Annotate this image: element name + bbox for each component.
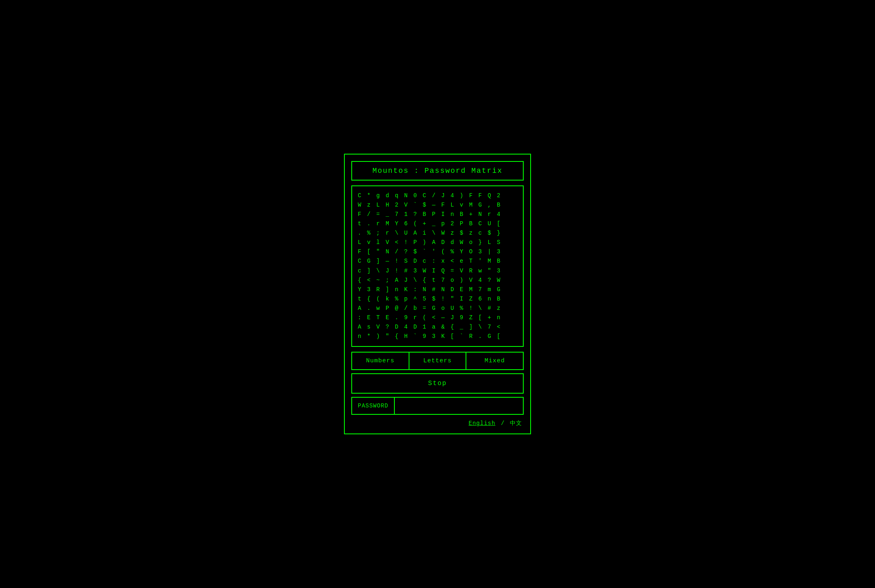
stop-button[interactable]: Stop <box>352 374 523 393</box>
password-row: PASSWORD <box>351 397 524 415</box>
numbers-button[interactable]: Numbers <box>352 353 409 369</box>
title-bar: Mountos : Password Matrix <box>351 161 524 181</box>
language-row: English / 中文 <box>351 420 524 427</box>
letters-button[interactable]: Letters <box>409 353 467 369</box>
mode-buttons-row: Numbers Letters Mixed <box>351 352 524 370</box>
stop-button-container: Stop <box>351 373 524 394</box>
mixed-button[interactable]: Mixed <box>466 353 523 369</box>
chinese-language-button[interactable]: 中文 <box>510 420 522 427</box>
matrix-display: C * g d q N 0 C / J 4 ) F F Q 2 W z L H … <box>358 191 517 342</box>
language-separator: / <box>501 420 504 427</box>
english-language-button[interactable]: English <box>469 420 496 427</box>
password-label: PASSWORD <box>352 398 395 414</box>
app-container: Mountos : Password Matrix C * g d q N 0 … <box>344 154 531 435</box>
app-title: Mountos : Password Matrix <box>372 167 503 175</box>
password-input[interactable] <box>395 398 523 414</box>
matrix-container: C * g d q N 0 C / J 4 ) F F Q 2 W z L H … <box>351 185 524 347</box>
